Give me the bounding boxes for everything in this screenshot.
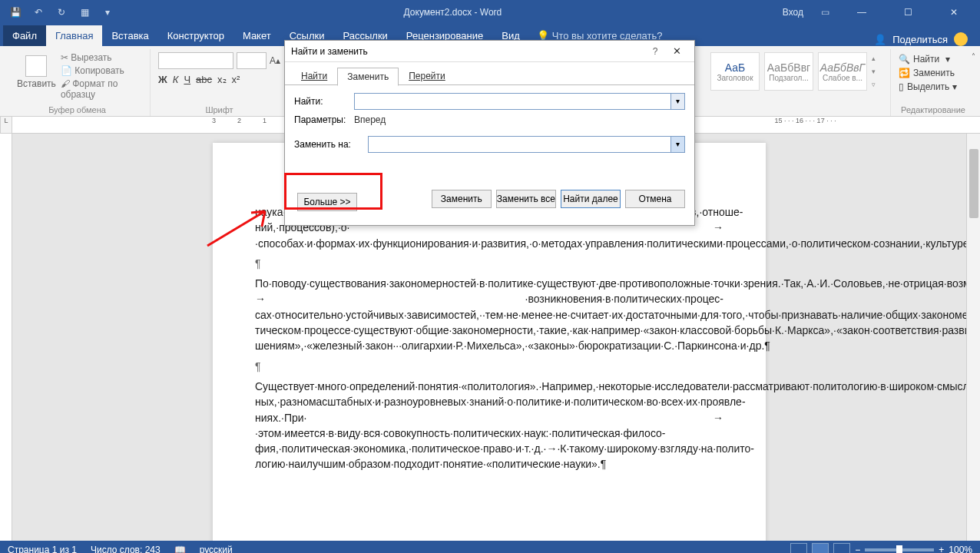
ruler-right-labels: 15 · · · 16 · · · 17 · · · [775,117,836,124]
replace-icon: 🔁 [899,68,910,78]
editing-group-label: Редактирование [891,105,975,114]
dialog-tab-replace[interactable]: Заменить [337,68,399,86]
bold-button[interactable]: Ж [158,74,167,85]
underline-button[interactable]: Ч [184,74,190,85]
qat-customize-icon[interactable]: ▾ [101,6,114,18]
zoom-in-button[interactable]: + [939,545,944,553]
minimize-button[interactable]: — [846,7,877,18]
vertical-ruler[interactable] [0,134,12,541]
zoom-level[interactable]: 100% [949,545,972,553]
tab-file[interactable]: Файл [3,25,46,46]
replace-dropdown-icon[interactable]: ▾ [670,137,684,152]
tab-insert[interactable]: Вставка [102,25,157,46]
replace-button[interactable]: 🔁Заменить [899,68,968,78]
zoom-out-button[interactable]: − [855,545,860,553]
find-input[interactable] [355,94,670,109]
replace-all-button[interactable]: Заменить все [496,190,556,208]
dialog-title: Найти и заменить [291,46,645,57]
view-web-layout[interactable] [833,543,850,553]
font-group-label: Шрифт [151,105,288,114]
dialog-close-button[interactable]: ✕ [665,45,688,57]
replace-one-button[interactable]: Заменить [432,190,492,208]
collapse-ribbon-icon[interactable]: ˄ [972,52,975,61]
signin-link[interactable]: Вход [783,7,803,18]
doc-paragraph[interactable]: ¶ [255,359,723,374]
format-painter-button[interactable]: 🖌 Формат по образцу [61,78,142,100]
tab-design[interactable]: Конструктор [158,25,233,46]
vertical-scrollbar[interactable] [966,134,980,541]
new-doc-icon[interactable]: ▦ [78,6,91,18]
tab-layout[interactable]: Макет [233,25,280,46]
replace-label: Заменить на: [294,139,363,150]
replace-input[interactable] [369,137,670,152]
clipboard-icon [25,55,47,77]
paste-button[interactable]: Вставить [12,52,61,100]
find-next-button[interactable]: Найти далее [561,190,621,208]
spellcheck-icon[interactable]: 📖 [174,545,186,553]
doc-paragraph[interactable]: По·поводу·существования·закономерностей·… [255,276,723,353]
doc-paragraph[interactable]: Существует·много·определений·понятия·«по… [255,379,723,472]
status-page[interactable]: Страница 1 из 1 [8,545,77,553]
font-name-combo[interactable] [158,52,233,69]
styles-scroll-down[interactable]: ▾ [872,68,882,75]
cancel-button[interactable]: Отмена [625,190,685,208]
dialog-tab-goto[interactable]: Перейти [399,67,455,85]
status-word-count[interactable]: Число слов: 243 [91,545,161,553]
feedback-icon[interactable] [954,32,968,46]
clipboard-group-label: Буфер обмена [5,105,150,114]
scroll-thumb[interactable] [969,149,978,218]
font-size-combo[interactable] [237,52,267,69]
params-label: Параметры: [294,114,349,125]
increase-font-icon[interactable]: A▴ [270,55,280,66]
maximize-button[interactable]: ☐ [892,7,923,18]
tab-home[interactable]: Главная [46,25,102,46]
subscript-button[interactable]: x₂ [217,74,227,85]
tab-selector[interactable]: L [0,117,12,134]
share-icon: 👤 [874,34,886,45]
undo-icon[interactable]: ↶ [32,6,45,18]
style-subheading[interactable]: АаБбВвг Подзагол... [764,52,813,91]
dialog-tab-find[interactable]: Найти [291,67,337,85]
more-options-button[interactable]: Больше >> [297,193,357,211]
view-read-mode[interactable] [790,543,807,553]
superscript-button[interactable]: x² [232,74,240,85]
find-replace-dialog: Найти и заменить ? ✕ Найти Заменить Пере… [284,40,695,226]
find-dropdown-icon[interactable]: ▾ [670,94,684,109]
copy-button[interactable]: 📄 Копировать [61,65,142,76]
style-heading[interactable]: АаБ Заголовок [710,52,760,91]
redo-icon[interactable]: ↻ [55,6,68,18]
cursor-icon: ▯ [899,81,904,92]
view-print-layout[interactable] [812,543,829,553]
dialog-help-button[interactable]: ? [645,46,665,57]
titlebar: 💾 ↶ ↻ ▦ ▾ Документ2.docx - Word Вход ▭ —… [0,0,980,25]
strikethrough-button[interactable]: abc [196,74,212,85]
cut-button[interactable]: ✂ Вырезать [61,52,142,63]
window-title: Документ2.docx - Word [123,7,783,18]
italic-button[interactable]: К [173,74,179,85]
style-subtle[interactable]: АаБбВвГ Слабое в... [818,52,867,91]
paste-label: Вставить [17,78,56,89]
status-language[interactable]: русский [200,545,233,553]
statusbar: Страница 1 из 1 Число слов: 243 📖 русски… [0,541,980,553]
find-button[interactable]: 🔍Найти ▾ [899,54,968,65]
find-input-combo[interactable]: ▾ [354,93,685,110]
select-button[interactable]: ▯Выделить▾ [899,81,968,92]
ribbon-display-icon[interactable]: ▭ [819,6,831,18]
styles-scroll-up[interactable]: ▴ [872,55,882,62]
zoom-slider[interactable] [865,548,934,551]
find-label: Найти: [294,96,349,107]
styles-expand[interactable]: ▿ [872,81,882,88]
close-window-button[interactable]: ✕ [939,7,969,18]
replace-input-combo[interactable]: ▾ [368,136,685,153]
search-icon: 🔍 [899,54,910,65]
save-icon[interactable]: 💾 [9,6,22,18]
share-button[interactable]: Поделиться [892,34,948,45]
zoom-slider-thumb[interactable] [896,545,902,553]
params-value: Вперед [354,114,386,125]
doc-paragraph[interactable]: ¶ [255,256,723,271]
